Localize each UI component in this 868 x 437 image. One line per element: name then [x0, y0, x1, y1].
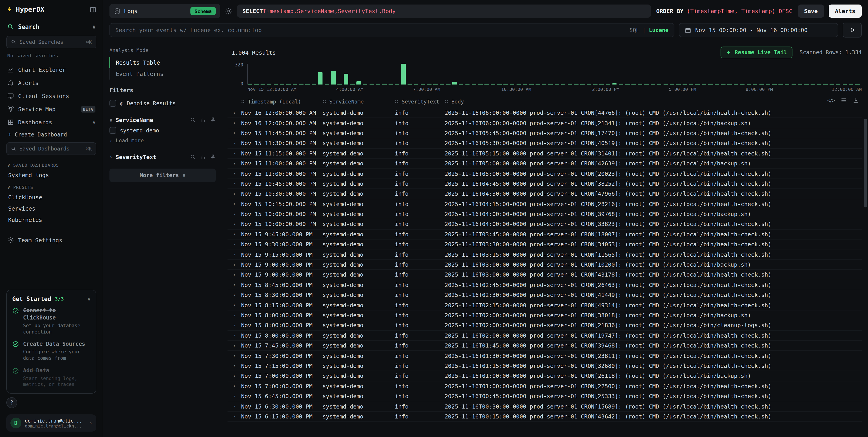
drag-handle-icon[interactable]	[241, 99, 245, 104]
histogram-bar[interactable]	[568, 83, 572, 85]
presets-section[interactable]: ∨ PRESETS	[6, 181, 96, 192]
histogram-bar[interactable]	[721, 83, 725, 85]
histogram-bar[interactable]	[753, 83, 757, 85]
log-row[interactable]: › Nov 15 8:00:00.000 PM systemd-demo inf…	[227, 310, 862, 321]
expand-row-icon[interactable]: ›	[227, 312, 241, 318]
histogram-bar[interactable]	[708, 83, 713, 85]
expand-row-icon[interactable]: ›	[227, 363, 241, 369]
histogram-bar[interactable]	[644, 83, 649, 85]
histogram-bar[interactable]	[740, 83, 745, 85]
facet-servicename[interactable]: ∨ ServiceName	[110, 115, 216, 125]
expand-row-icon[interactable]: ›	[227, 413, 241, 419]
histogram-bar[interactable]	[465, 83, 470, 85]
chevron-up-icon[interactable]: ∧	[93, 24, 95, 30]
histogram-bar[interactable]	[574, 83, 579, 85]
histogram-bar[interactable]	[344, 74, 348, 85]
histogram-bar[interactable]	[376, 83, 380, 85]
histogram-bar[interactable]	[836, 83, 841, 85]
checkbox[interactable]	[110, 100, 116, 107]
mode-sql-toggle[interactable]: SQL	[629, 27, 639, 33]
histogram-bar[interactable]	[267, 83, 272, 85]
histogram-bar[interactable]	[587, 83, 591, 85]
log-row[interactable]: › Nov 15 10:45:00.000 PM systemd-demo in…	[227, 179, 862, 189]
log-row[interactable]: › Nov 15 7:00:00.000 PM systemd-demo inf…	[227, 381, 862, 391]
histogram-bar[interactable]	[638, 83, 643, 85]
histogram-bar[interactable]	[497, 83, 502, 85]
log-row[interactable]: › Nov 15 10:30:00.000 PM systemd-demo in…	[227, 189, 862, 199]
histogram-bar[interactable]	[747, 83, 751, 85]
expand-row-icon[interactable]: ›	[227, 322, 241, 329]
histogram-bar[interactable]	[689, 83, 694, 85]
download-icon[interactable]	[852, 97, 859, 103]
log-row[interactable]: › Nov 15 10:15:00.000 PM systemd-demo in…	[227, 199, 862, 209]
sidebar-item-team-settings[interactable]: Team Settings	[6, 234, 96, 247]
histogram-bar[interactable]	[849, 83, 853, 85]
log-row[interactable]: › Nov 15 9:15:00.000 PM systemd-demo inf…	[227, 250, 862, 260]
drag-handle-icon[interactable]	[395, 99, 399, 104]
saved-searches-input[interactable]: Saved Searches ⌘K	[6, 36, 96, 48]
histogram-bar[interactable]	[471, 83, 476, 85]
histogram-bar[interactable]	[651, 83, 655, 85]
histogram-bar[interactable]	[817, 83, 822, 85]
log-row[interactable]: › Nov 15 9:45:00.000 PM systemd-demo inf…	[227, 229, 862, 239]
histogram-bar[interactable]	[516, 83, 521, 85]
histogram-bar[interactable]	[324, 83, 329, 85]
histogram-bar[interactable]	[440, 83, 444, 85]
log-row[interactable]: › Nov 15 10:00:00.000 PM systemd-demo in…	[227, 220, 862, 230]
histogram-bar[interactable]	[529, 83, 534, 85]
expand-row-icon[interactable]: ›	[227, 130, 241, 136]
log-row[interactable]: › Nov 15 8:00:00.000 PM systemd-demo inf…	[227, 331, 862, 341]
expand-row-icon[interactable]: ›	[227, 140, 241, 146]
histogram-bar[interactable]	[778, 83, 783, 85]
expand-row-icon[interactable]: ›	[227, 302, 241, 308]
histogram-bar[interactable]	[804, 83, 809, 85]
log-row[interactable]: › Nov 15 10:00:00.000 PM systemd-demo in…	[227, 209, 862, 220]
histogram-bar[interactable]	[612, 83, 617, 85]
expand-row-icon[interactable]: ›	[227, 403, 241, 409]
histogram-bar[interactable]	[453, 81, 457, 85]
saved-dashboards-section[interactable]: ∨ SAVED DASHBOARDS	[6, 159, 96, 169]
histogram-bar[interactable]	[760, 83, 764, 85]
log-row[interactable]: › Nov 15 7:15:00.000 PM systemd-demo inf…	[227, 361, 862, 371]
saved-dashboards-input[interactable]: Saved Dashboards ⌘K	[6, 142, 96, 155]
get-started-step[interactable]: Connect to ClickHouse Set up your databa…	[12, 307, 90, 335]
schema-badge[interactable]: Schema	[190, 7, 216, 15]
facet-chart-icon[interactable]	[200, 117, 206, 123]
log-row[interactable]: › Nov 16 12:00:00.000 AM systemd-demo in…	[227, 118, 862, 128]
chevron-up-icon[interactable]: ∧	[93, 119, 95, 125]
histogram-bar[interactable]	[312, 83, 316, 85]
histogram-bar[interactable]	[369, 83, 374, 85]
histogram-bar[interactable]	[855, 83, 860, 85]
histogram-bar[interactable]	[535, 83, 540, 85]
sidebar-item-dashboards[interactable]: Dashboards ∧	[6, 116, 96, 129]
log-row[interactable]: › Nov 15 11:30:00.000 PM systemd-demo in…	[227, 138, 862, 148]
log-row[interactable]: › Nov 16 12:00:00.000 AM systemd-demo in…	[227, 108, 862, 118]
histogram-bar[interactable]	[261, 83, 265, 85]
histogram-bar[interactable]	[504, 83, 508, 85]
histogram-bar[interactable]	[702, 83, 706, 85]
sidebar-item-client-sessions[interactable]: Client Sessions	[6, 90, 96, 103]
expand-row-icon[interactable]: ›	[227, 272, 241, 278]
histogram-bar[interactable]	[663, 83, 668, 85]
log-row[interactable]: › Nov 15 11:00:00.000 PM systemd-demo in…	[227, 169, 862, 179]
log-row[interactable]: › Nov 15 6:15:00.000 PM systemd-demo inf…	[227, 411, 862, 422]
preset-item-services[interactable]: Services	[6, 203, 96, 214]
histogram-bar[interactable]	[772, 83, 777, 85]
log-row[interactable]: › Nov 15 9:00:00.000 PM systemd-demo inf…	[227, 270, 862, 280]
histogram-bar[interactable]	[593, 83, 598, 85]
expand-row-icon[interactable]: ›	[227, 120, 241, 126]
vertical-scrollbar[interactable]	[864, 119, 867, 207]
alerts-button[interactable]: Alerts	[829, 4, 862, 18]
search-input[interactable]: Search your events w/ Lucene ex. column:…	[110, 23, 674, 37]
collapse-sidebar-icon[interactable]	[90, 6, 96, 13]
expand-row-icon[interactable]: ›	[227, 191, 241, 197]
save-button[interactable]: Save	[798, 4, 824, 18]
expand-row-icon[interactable]: ›	[227, 373, 241, 379]
histogram-bar[interactable]	[446, 83, 451, 85]
expand-row-icon[interactable]: ›	[227, 221, 241, 227]
expand-row-icon[interactable]: ›	[227, 342, 241, 349]
expand-row-icon[interactable]: ›	[227, 282, 241, 288]
log-row[interactable]: › Nov 15 8:15:00.000 PM systemd-demo inf…	[227, 300, 862, 310]
sidebar-item-search[interactable]: Search ∧	[6, 21, 96, 33]
histogram-bar[interactable]	[785, 83, 789, 85]
